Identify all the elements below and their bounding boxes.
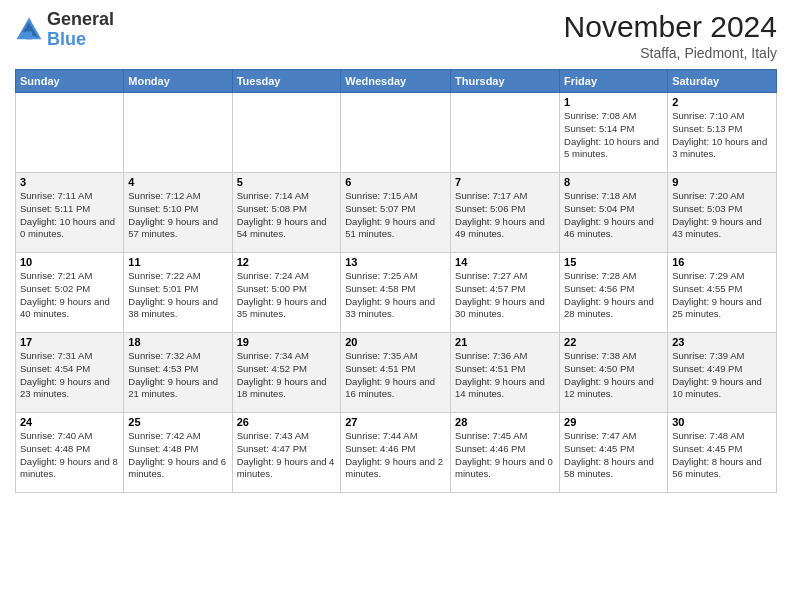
location-subtitle: Staffa, Piedmont, Italy [564,45,777,61]
day-cell-2-2: 12Sunrise: 7:24 AM Sunset: 5:00 PM Dayli… [232,253,341,333]
day-cell-3-2: 19Sunrise: 7:34 AM Sunset: 4:52 PM Dayli… [232,333,341,413]
day-cell-1-3: 6Sunrise: 7:15 AM Sunset: 5:07 PM Daylig… [341,173,451,253]
day-info-2-3: Sunrise: 7:25 AM Sunset: 4:58 PM Dayligh… [345,270,446,321]
day-cell-0-2 [232,93,341,173]
logo-icon [15,16,43,44]
day-cell-2-6: 16Sunrise: 7:29 AM Sunset: 4:55 PM Dayli… [668,253,777,333]
day-info-1-1: Sunrise: 7:12 AM Sunset: 5:10 PM Dayligh… [128,190,227,241]
month-title: November 2024 [564,10,777,43]
day-info-1-5: Sunrise: 7:18 AM Sunset: 5:04 PM Dayligh… [564,190,663,241]
title-section: November 2024 Staffa, Piedmont, Italy [564,10,777,61]
header: General Blue November 2024 Staffa, Piedm… [15,10,777,61]
header-thursday: Thursday [451,70,560,93]
day-number-2-1: 11 [128,256,227,268]
day-info-2-6: Sunrise: 7:29 AM Sunset: 4:55 PM Dayligh… [672,270,772,321]
day-info-4-5: Sunrise: 7:47 AM Sunset: 4:45 PM Dayligh… [564,430,663,481]
day-info-3-4: Sunrise: 7:36 AM Sunset: 4:51 PM Dayligh… [455,350,555,401]
day-number-1-0: 3 [20,176,119,188]
day-number-4-2: 26 [237,416,337,428]
day-info-4-2: Sunrise: 7:43 AM Sunset: 4:47 PM Dayligh… [237,430,337,481]
day-number-1-1: 4 [128,176,227,188]
day-cell-1-1: 4Sunrise: 7:12 AM Sunset: 5:10 PM Daylig… [124,173,232,253]
day-cell-3-4: 21Sunrise: 7:36 AM Sunset: 4:51 PM Dayli… [451,333,560,413]
day-number-3-6: 23 [672,336,772,348]
week-row-0: 1Sunrise: 7:08 AM Sunset: 5:14 PM Daylig… [16,93,777,173]
day-number-1-6: 9 [672,176,772,188]
day-cell-3-5: 22Sunrise: 7:38 AM Sunset: 4:50 PM Dayli… [560,333,668,413]
day-number-1-3: 6 [345,176,446,188]
day-cell-4-0: 24Sunrise: 7:40 AM Sunset: 4:48 PM Dayli… [16,413,124,493]
day-number-3-0: 17 [20,336,119,348]
day-cell-3-1: 18Sunrise: 7:32 AM Sunset: 4:53 PM Dayli… [124,333,232,413]
day-cell-0-5: 1Sunrise: 7:08 AM Sunset: 5:14 PM Daylig… [560,93,668,173]
day-info-1-4: Sunrise: 7:17 AM Sunset: 5:06 PM Dayligh… [455,190,555,241]
day-number-2-2: 12 [237,256,337,268]
day-cell-2-5: 15Sunrise: 7:28 AM Sunset: 4:56 PM Dayli… [560,253,668,333]
day-number-2-6: 16 [672,256,772,268]
day-number-2-4: 14 [455,256,555,268]
day-number-0-5: 1 [564,96,663,108]
calendar-table: Sunday Monday Tuesday Wednesday Thursday… [15,69,777,493]
day-info-3-6: Sunrise: 7:39 AM Sunset: 4:49 PM Dayligh… [672,350,772,401]
day-number-1-5: 8 [564,176,663,188]
day-info-4-6: Sunrise: 7:48 AM Sunset: 4:45 PM Dayligh… [672,430,772,481]
day-number-4-1: 25 [128,416,227,428]
day-number-3-1: 18 [128,336,227,348]
logo-general-text: General [47,9,114,29]
day-cell-4-2: 26Sunrise: 7:43 AM Sunset: 4:47 PM Dayli… [232,413,341,493]
day-info-4-1: Sunrise: 7:42 AM Sunset: 4:48 PM Dayligh… [128,430,227,481]
day-info-3-1: Sunrise: 7:32 AM Sunset: 4:53 PM Dayligh… [128,350,227,401]
day-info-2-4: Sunrise: 7:27 AM Sunset: 4:57 PM Dayligh… [455,270,555,321]
day-number-1-4: 7 [455,176,555,188]
day-number-4-5: 29 [564,416,663,428]
day-info-0-6: Sunrise: 7:10 AM Sunset: 5:13 PM Dayligh… [672,110,772,161]
day-info-1-6: Sunrise: 7:20 AM Sunset: 5:03 PM Dayligh… [672,190,772,241]
day-number-2-5: 15 [564,256,663,268]
day-number-2-3: 13 [345,256,446,268]
day-cell-4-1: 25Sunrise: 7:42 AM Sunset: 4:48 PM Dayli… [124,413,232,493]
day-cell-0-4 [451,93,560,173]
week-row-2: 10Sunrise: 7:21 AM Sunset: 5:02 PM Dayli… [16,253,777,333]
day-number-3-4: 21 [455,336,555,348]
day-cell-4-3: 27Sunrise: 7:44 AM Sunset: 4:46 PM Dayli… [341,413,451,493]
day-number-4-4: 28 [455,416,555,428]
day-info-4-4: Sunrise: 7:45 AM Sunset: 4:46 PM Dayligh… [455,430,555,481]
day-number-1-2: 5 [237,176,337,188]
day-number-4-0: 24 [20,416,119,428]
header-tuesday: Tuesday [232,70,341,93]
day-cell-4-5: 29Sunrise: 7:47 AM Sunset: 4:45 PM Dayli… [560,413,668,493]
week-row-1: 3Sunrise: 7:11 AM Sunset: 5:11 PM Daylig… [16,173,777,253]
header-wednesday: Wednesday [341,70,451,93]
day-info-2-1: Sunrise: 7:22 AM Sunset: 5:01 PM Dayligh… [128,270,227,321]
day-number-0-6: 2 [672,96,772,108]
day-number-3-3: 20 [345,336,446,348]
day-info-4-0: Sunrise: 7:40 AM Sunset: 4:48 PM Dayligh… [20,430,119,481]
header-friday: Friday [560,70,668,93]
calendar-header-row: Sunday Monday Tuesday Wednesday Thursday… [16,70,777,93]
day-info-3-5: Sunrise: 7:38 AM Sunset: 4:50 PM Dayligh… [564,350,663,401]
day-number-4-6: 30 [672,416,772,428]
day-info-4-3: Sunrise: 7:44 AM Sunset: 4:46 PM Dayligh… [345,430,446,481]
day-info-1-3: Sunrise: 7:15 AM Sunset: 5:07 PM Dayligh… [345,190,446,241]
header-monday: Monday [124,70,232,93]
day-info-3-3: Sunrise: 7:35 AM Sunset: 4:51 PM Dayligh… [345,350,446,401]
day-cell-0-0 [16,93,124,173]
day-info-2-0: Sunrise: 7:21 AM Sunset: 5:02 PM Dayligh… [20,270,119,321]
day-number-3-2: 19 [237,336,337,348]
day-number-2-0: 10 [20,256,119,268]
day-cell-2-1: 11Sunrise: 7:22 AM Sunset: 5:01 PM Dayli… [124,253,232,333]
svg-rect-2 [26,31,32,39]
logo: General Blue [15,10,114,50]
day-cell-1-4: 7Sunrise: 7:17 AM Sunset: 5:06 PM Daylig… [451,173,560,253]
page: General Blue November 2024 Staffa, Piedm… [0,0,792,612]
day-cell-3-0: 17Sunrise: 7:31 AM Sunset: 4:54 PM Dayli… [16,333,124,413]
day-cell-0-3 [341,93,451,173]
day-info-1-0: Sunrise: 7:11 AM Sunset: 5:11 PM Dayligh… [20,190,119,241]
day-cell-2-0: 10Sunrise: 7:21 AM Sunset: 5:02 PM Dayli… [16,253,124,333]
day-info-3-2: Sunrise: 7:34 AM Sunset: 4:52 PM Dayligh… [237,350,337,401]
day-cell-4-6: 30Sunrise: 7:48 AM Sunset: 4:45 PM Dayli… [668,413,777,493]
day-cell-0-6: 2Sunrise: 7:10 AM Sunset: 5:13 PM Daylig… [668,93,777,173]
day-cell-0-1 [124,93,232,173]
day-cell-3-6: 23Sunrise: 7:39 AM Sunset: 4:49 PM Dayli… [668,333,777,413]
day-number-3-5: 22 [564,336,663,348]
